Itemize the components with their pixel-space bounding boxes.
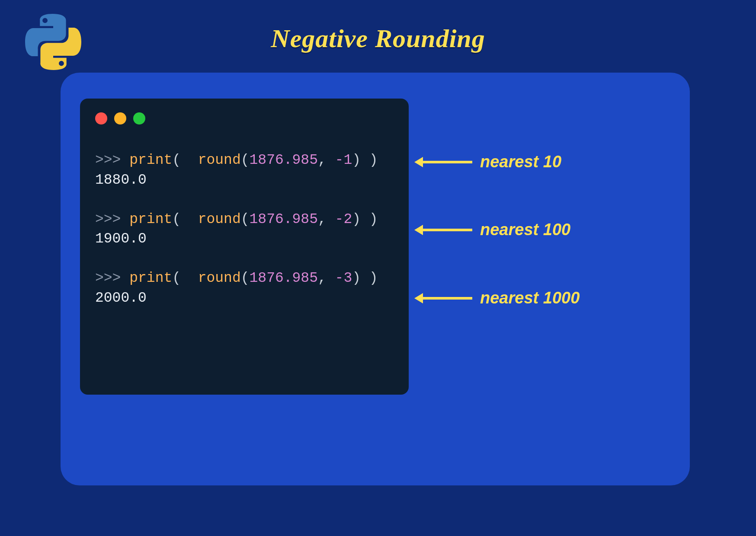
print-func: print: [129, 270, 172, 286]
window-controls: [95, 112, 145, 124]
minimize-icon: [114, 112, 126, 124]
arg-ndigits: -3: [335, 270, 352, 286]
code-window: >>> print( round(1876.985, -1) ) 1880.0 …: [80, 99, 409, 395]
page-title: Negative Rounding: [0, 24, 756, 54]
prompt: >>>: [95, 211, 121, 227]
annotation-label: nearest 10: [480, 153, 561, 171]
arrow-left-icon: [420, 229, 472, 231]
maximize-icon: [133, 112, 145, 124]
arg-ndigits: -2: [335, 211, 352, 227]
arrow-left-icon: [420, 297, 472, 300]
round-func: round: [198, 152, 241, 168]
annotation-nearest-100: nearest 100: [420, 220, 570, 239]
round-func: round: [198, 270, 241, 286]
print-func: print: [129, 152, 172, 168]
arg-number: 1876.985: [250, 211, 318, 227]
sep: ,: [318, 270, 335, 286]
sep: ,: [318, 152, 335, 168]
annotation-nearest-1000: nearest 1000: [420, 289, 580, 307]
output-value: 2000.0: [95, 290, 147, 306]
output-value: 1900.0: [95, 231, 147, 247]
arrow-left-icon: [420, 161, 472, 163]
round-func: round: [198, 211, 241, 227]
print-func: print: [129, 211, 172, 227]
prompt: >>>: [95, 270, 121, 286]
content-panel: >>> print( round(1876.985, -1) ) 1880.0 …: [61, 73, 690, 485]
annotation-label: nearest 100: [480, 220, 570, 239]
arg-number: 1876.985: [250, 152, 318, 168]
sep: ,: [318, 211, 335, 227]
close-icon: [95, 112, 107, 124]
arg-ndigits: -1: [335, 152, 352, 168]
annotation-nearest-10: nearest 10: [420, 153, 561, 171]
arg-number: 1876.985: [250, 270, 318, 286]
prompt: >>>: [95, 152, 121, 168]
annotation-label: nearest 1000: [480, 289, 580, 307]
code-block: >>> print( round(1876.985, -1) ) 1880.0 …: [95, 150, 378, 308]
output-value: 1880.0: [95, 172, 147, 188]
